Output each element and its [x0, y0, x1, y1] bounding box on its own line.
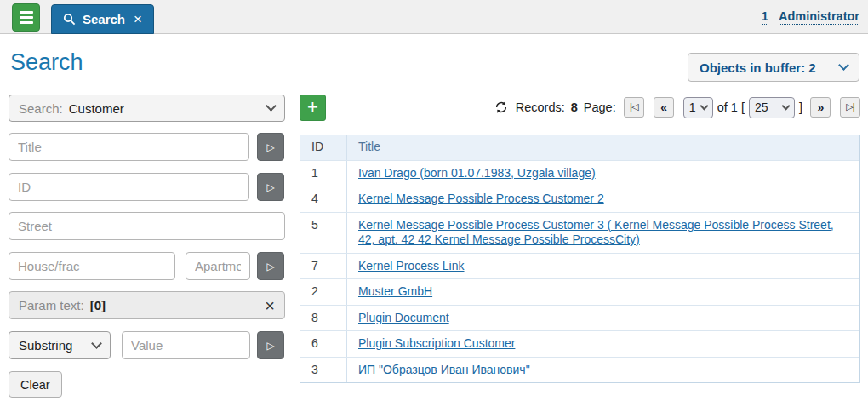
tab-search[interactable]: Search ×	[51, 4, 154, 34]
bracket-close-label: ]	[799, 100, 802, 114]
hamburger-menu-button[interactable]	[12, 3, 40, 32]
clear-button[interactable]: Clear	[9, 371, 62, 398]
last-page-button[interactable]: ▷|	[840, 97, 860, 118]
param-close-icon[interactable]: ×	[265, 297, 275, 314]
table-body: 1 Ivan Drago (born 01.07.1983, Uzgala vi…	[300, 161, 859, 383]
row-id-cell: 7	[300, 254, 347, 279]
tab-close-icon[interactable]: ×	[132, 12, 142, 26]
search-type-label: Search:	[19, 101, 63, 116]
apartment-input[interactable]	[186, 252, 250, 280]
page-label: Page:	[584, 100, 616, 114]
street-input[interactable]	[9, 212, 285, 240]
record-link[interactable]: Kernel Message Possible Process Customer…	[358, 192, 604, 205]
row-title-cell: Kernel Message Possible Process Customer…	[347, 186, 859, 212]
param-text-bar: Param text: [0] ×	[9, 291, 285, 319]
row-title-cell: Kernel Process Link	[347, 254, 859, 279]
chevron-down-icon	[266, 100, 277, 112]
results-table: ID Title 1 Ivan Drago (born 01.07.1983, …	[300, 135, 860, 383]
table-row: 7 Kernel Process Link	[300, 254, 859, 280]
param-text-label: Param text:	[19, 298, 84, 312]
chevron-down-icon	[91, 338, 102, 349]
table-row: 8 Plugin Document	[300, 306, 859, 332]
table-row: 6 Plugin Subscription Customer	[300, 331, 859, 358]
row-title-cell: Plugin Document	[347, 306, 859, 331]
column-header-id: ID	[300, 135, 347, 160]
search-page: Search × 1 Administrator Search Objects …	[0, 0, 868, 407]
chevron-down-icon	[782, 102, 791, 111]
page-title: Search	[10, 49, 83, 76]
address-submit-button[interactable]: ▷	[257, 252, 284, 280]
column-header-title: Title	[347, 135, 859, 160]
search-type-value: Customer	[69, 101, 124, 116]
title-submit-button[interactable]: ▷	[257, 133, 284, 161]
page-number-select[interactable]: 1	[683, 97, 713, 118]
user-count-link[interactable]: 1	[762, 9, 768, 25]
hamburger-icon	[20, 11, 33, 14]
record-link[interactable]: Plugin Document	[358, 311, 449, 324]
record-link[interactable]: Plugin Subscription Customer	[358, 336, 515, 350]
of-pages-label: of 1 [	[717, 100, 745, 114]
table-row: 2 Muster GmbH	[300, 279, 859, 306]
user-links: 1 Administrator	[762, 9, 859, 25]
id-input[interactable]	[9, 173, 249, 201]
chevron-down-icon	[838, 60, 849, 71]
record-link[interactable]: Muster GmbH	[358, 284, 432, 298]
match-mode-value: Substring	[19, 338, 72, 353]
row-title-cell: Ivan Drago (born 01.07.1983, Uzgala vill…	[347, 161, 859, 186]
row-id-cell: 1	[300, 161, 347, 186]
top-bar: Search × 1 Administrator	[0, 0, 868, 34]
add-record-button[interactable]: +	[300, 95, 326, 121]
prev-page-button[interactable]: «	[654, 97, 674, 118]
refresh-icon[interactable]	[494, 100, 508, 114]
record-link[interactable]: Ivan Drago (born 01.07.1983, Uzgala vill…	[358, 166, 596, 180]
records-label: Records:	[516, 100, 565, 114]
title-input[interactable]	[9, 133, 249, 161]
table-row: 3 ИП "Образцов Иван Иванович"	[300, 358, 859, 383]
records-toolbar: Records: 8 Page: |◁ « 1 of 1 [ 25 ] » ▷|	[340, 95, 860, 119]
row-id-cell: 5	[300, 213, 347, 253]
row-title-cell: Muster GmbH	[347, 279, 859, 305]
per-page-select[interactable]: 25	[749, 97, 795, 118]
house-input[interactable]	[9, 252, 175, 280]
row-id-cell: 3	[300, 358, 347, 383]
search-type-select[interactable]: Search: Customer	[9, 95, 285, 122]
administrator-link[interactable]: Administrator	[779, 9, 859, 25]
id-submit-button[interactable]: ▷	[257, 173, 284, 201]
search-icon	[63, 13, 76, 26]
row-id-cell: 4	[300, 186, 347, 212]
value-submit-button[interactable]: ▷	[257, 331, 284, 359]
objects-in-buffer-dropdown[interactable]: Objects in buffer: 2	[688, 53, 859, 82]
row-id-cell: 8	[300, 306, 347, 331]
tab-search-label: Search	[83, 12, 125, 26]
record-link[interactable]: ИП "Образцов Иван Иванович"	[358, 363, 530, 376]
param-text-count: [0]	[90, 298, 106, 312]
row-id-cell: 6	[300, 331, 347, 357]
row-id-cell: 2	[300, 279, 347, 305]
row-title-cell: Kernel Message Possible Process Customer…	[347, 213, 859, 253]
table-row: 5 Kernel Message Possible Process Custom…	[300, 213, 859, 254]
row-title-cell: Plugin Subscription Customer	[347, 331, 859, 357]
chevron-down-icon	[700, 102, 708, 111]
next-page-button[interactable]: »	[810, 97, 831, 118]
match-mode-select[interactable]: Substring	[9, 331, 111, 359]
record-link[interactable]: Kernel Process Link	[358, 259, 465, 272]
table-row: 4 Kernel Message Possible Process Custom…	[300, 186, 859, 213]
records-count: 8	[571, 100, 578, 114]
first-page-button[interactable]: |◁	[624, 97, 644, 118]
objects-in-buffer-label: Objects in buffer: 2	[700, 60, 816, 75]
value-input[interactable]	[122, 331, 250, 359]
record-link[interactable]: Kernel Message Possible Process Customer…	[358, 218, 834, 247]
table-row: 1 Ivan Drago (born 01.07.1983, Uzgala vi…	[300, 161, 859, 187]
row-title-cell: ИП "Образцов Иван Иванович"	[347, 358, 859, 383]
table-header-row: ID Title	[300, 135, 859, 161]
